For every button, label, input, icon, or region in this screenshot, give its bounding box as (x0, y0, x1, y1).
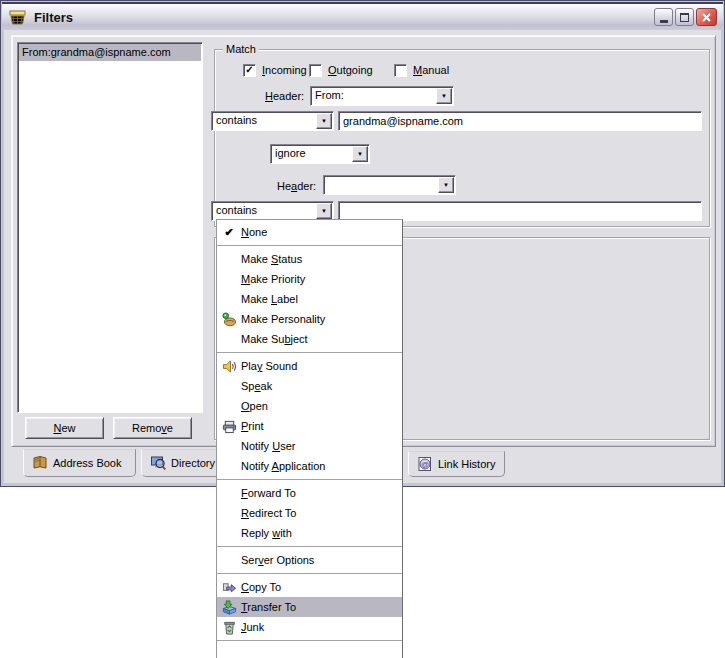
header1-combo-dropdown-button[interactable]: ▼ (436, 88, 452, 104)
close-button[interactable] (696, 8, 717, 26)
row2-value-field[interactable] (338, 201, 702, 221)
svg-text:@: @ (421, 460, 429, 469)
header2-combo[interactable]: ▼ (323, 175, 456, 195)
address-book-icon (32, 455, 48, 471)
menu-item-make-personality[interactable]: Make Personality (217, 309, 402, 329)
outgoing-label: Outgoing (328, 64, 373, 76)
filter-list-item[interactable]: From:grandma@ispname.com (19, 44, 201, 61)
remove-button[interactable]: Remove (113, 417, 192, 439)
menu-separator (217, 546, 402, 547)
copy-to-icon (217, 579, 241, 595)
minimize-button[interactable] (654, 8, 673, 26)
screen: Filters From:grandma@ispname.com New Rem… (0, 0, 725, 658)
header1-combo[interactable]: From: ▼ (310, 86, 454, 106)
menu-item-notify-user[interactable]: Notify User (217, 436, 402, 456)
filters-listbox[interactable]: From:grandma@ispname.com (17, 42, 203, 413)
row1-value-field[interactable] (338, 111, 702, 131)
menu-item-redirect-to[interactable]: Redirect To (217, 503, 402, 523)
menu-item-open[interactable]: Open (217, 396, 402, 416)
maximize-button[interactable] (675, 8, 694, 26)
menu-item-server-options[interactable]: Server Options (217, 550, 402, 570)
close-icon (701, 12, 712, 23)
menu-separator (217, 479, 402, 480)
outgoing-checkbox[interactable] (309, 64, 322, 77)
menu-item-speak[interactable]: Speak (217, 376, 402, 396)
tab-address-book[interactable]: Address Book (23, 449, 136, 477)
minimize-icon (660, 20, 668, 23)
personality-icon (217, 311, 241, 327)
row1-operator-combo[interactable]: contains ▼ (211, 111, 334, 131)
row2-operator-dropdown-button[interactable]: ▼ (316, 203, 332, 219)
tab-link-history[interactable]: @ Link History (408, 451, 505, 477)
menu-item-none[interactable]: ✔ None (217, 222, 402, 242)
outgoing-checkbox-row: Outgoing (309, 63, 373, 77)
transfer-to-icon (217, 599, 241, 615)
window-controls (654, 8, 717, 26)
header2-combo-dropdown-button[interactable]: ▼ (438, 177, 454, 193)
window-title: Filters (34, 10, 73, 25)
menu-separator (217, 573, 402, 574)
conjunction-dropdown-button[interactable]: ▼ (352, 146, 368, 162)
menu-separator (217, 640, 402, 641)
menu-separator (217, 352, 402, 353)
chevron-down-icon: ▼ (321, 208, 327, 214)
menu-item-transfer-to[interactable]: Transfer To (217, 597, 402, 617)
menu-item-print[interactable]: Print (217, 416, 402, 436)
titlebar[interactable]: Filters (2, 2, 723, 30)
chevron-down-icon: ▼ (321, 118, 327, 124)
chevron-down-icon: ▼ (357, 151, 363, 157)
maximize-icon (680, 13, 689, 22)
checkmark-icon: ✓ (245, 65, 253, 75)
menu-item-play-sound[interactable]: Play Sound (217, 356, 402, 376)
directory-services-icon (150, 455, 166, 471)
menu-item-notify-application[interactable]: Notify Application (217, 456, 402, 476)
menu-item-junk[interactable]: Junk (217, 617, 402, 637)
new-button[interactable]: New (25, 417, 104, 439)
manual-label: Manual (413, 64, 449, 76)
row1-operator-dropdown-button[interactable]: ▼ (316, 113, 332, 129)
menu-separator (217, 245, 402, 246)
menu-item-make-subject[interactable]: Make Subject (217, 329, 402, 349)
incoming-label: Incoming (262, 64, 307, 76)
menu-item-reply-with[interactable]: Reply with (217, 523, 402, 543)
incoming-checkbox[interactable]: ✓ (243, 64, 256, 77)
play-sound-icon (217, 358, 241, 374)
print-icon (217, 418, 241, 434)
menu-item-copy-to[interactable]: Copy To (217, 577, 402, 597)
header1-label: Header: (265, 90, 304, 104)
chevron-down-icon: ▼ (441, 93, 447, 99)
incoming-checkbox-row: ✓ Incoming (243, 63, 307, 77)
menu-item-make-label[interactable]: Make Label (217, 289, 402, 309)
chevron-down-icon: ▼ (443, 182, 449, 188)
menu-item-make-status[interactable]: Make Status (217, 249, 402, 269)
manual-checkbox-row: Manual (394, 63, 449, 77)
menu-item-make-priority[interactable]: Make Priority (217, 269, 402, 289)
header2-label: Header: (277, 180, 316, 194)
check-icon: ✔ (217, 224, 241, 240)
row2-operator-combo[interactable]: contains ▼ (211, 201, 334, 221)
filters-window-icon (8, 9, 28, 26)
match-group-label: Match (223, 43, 259, 55)
menu-item-forward-to[interactable]: Forward To (217, 483, 402, 503)
conjunction-combo[interactable]: ignore ▼ (270, 144, 370, 164)
junk-icon (217, 619, 241, 635)
filter-action-menu: ✔ None Make Status Make Priority Make La… (216, 219, 403, 658)
manual-checkbox[interactable] (394, 64, 407, 77)
link-history-icon: @ (417, 456, 433, 472)
